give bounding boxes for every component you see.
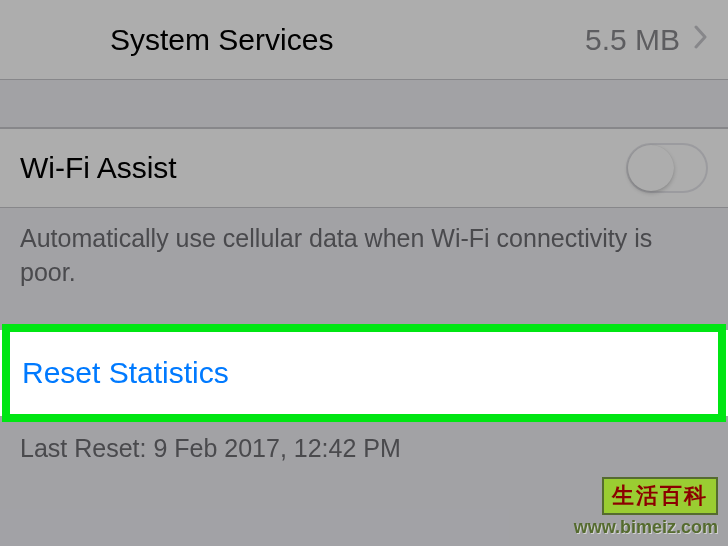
system-services-row[interactable]: System Services 5.5 MB bbox=[0, 0, 728, 80]
reset-statistics-row[interactable]: Reset Statistics bbox=[0, 330, 728, 416]
wifi-assist-description: Automatically use cellular data when Wi-… bbox=[0, 208, 728, 330]
wifi-assist-toggle[interactable] bbox=[626, 143, 708, 193]
last-reset-text: Last Reset: 9 Feb 2017, 12:42 PM bbox=[0, 416, 728, 481]
chevron-right-icon bbox=[694, 24, 708, 56]
wifi-assist-label: Wi-Fi Assist bbox=[20, 151, 626, 185]
reset-statistics-highlight: Reset Statistics bbox=[0, 330, 728, 416]
system-services-value: 5.5 MB bbox=[585, 23, 680, 57]
system-services-label: System Services bbox=[110, 23, 585, 57]
watermark-title: 生活百科 bbox=[602, 477, 718, 515]
toggle-knob bbox=[628, 145, 674, 191]
section-gap bbox=[0, 80, 728, 128]
watermark-url: www.bimeiz.com bbox=[574, 517, 718, 538]
wifi-assist-row: Wi-Fi Assist bbox=[0, 128, 728, 208]
watermark: 生活百科 www.bimeiz.com bbox=[574, 477, 718, 538]
reset-statistics-label: Reset Statistics bbox=[22, 356, 229, 390]
